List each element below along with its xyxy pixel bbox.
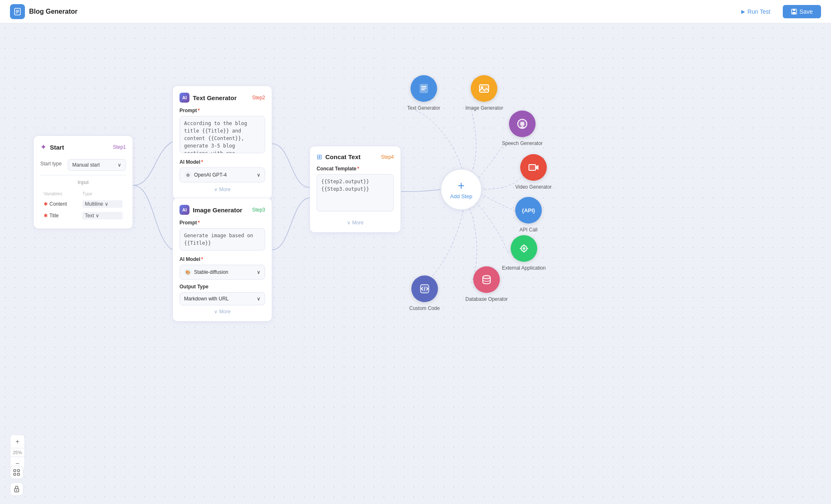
zoom-in-button[interactable]: + xyxy=(11,435,24,448)
bottom-controls xyxy=(10,466,23,496)
text-gen-icon: AI xyxy=(179,93,189,103)
input-table: Variables Type ✱Content Multiline ∨ ✱Tit… xyxy=(40,189,126,222)
text-gen-more[interactable]: ∨ More xyxy=(179,187,265,192)
content-type-select[interactable]: Multiline ∨ xyxy=(82,200,123,208)
prompt-label-text: Prompt* xyxy=(179,108,265,113)
float-custom-code[interactable]: Custom Code xyxy=(409,275,440,311)
float-video-gen-label: Video Generator xyxy=(515,184,552,190)
image-gen-prompt-input[interactable]: Generate image based on {{Title}} xyxy=(179,228,265,251)
zoom-level: 25% xyxy=(10,448,25,457)
run-test-button[interactable]: Run Test xyxy=(734,5,778,18)
start-icon: ✦ xyxy=(40,143,47,152)
svg-rect-28 xyxy=(14,473,16,475)
canvas: ✦ Start Step1 Start type Manual start ∨ … xyxy=(0,23,831,504)
float-database-operator[interactable]: Database Operator xyxy=(465,266,508,302)
app-logo xyxy=(10,4,25,19)
svg-rect-5 xyxy=(793,9,795,11)
svg-point-23 xyxy=(483,275,490,279)
svg-rect-16 xyxy=(529,165,536,170)
zoom-controls: + 25% − xyxy=(10,435,25,471)
float-db-op-label: Database Operator xyxy=(465,296,508,302)
float-video-generator[interactable]: Video Generator xyxy=(515,154,552,190)
image-gen-icon: AI xyxy=(179,205,189,215)
image-gen-step: Step3 xyxy=(252,207,265,213)
add-step-plus-icon: + xyxy=(458,180,465,192)
header: Blog Generator Run Test Save xyxy=(0,0,831,23)
float-custom-code-icon xyxy=(411,275,438,302)
image-gen-model-select[interactable]: 🎨 Stable-diffusion ∨ xyxy=(179,265,265,280)
add-step-hub[interactable]: + Add Step xyxy=(440,169,482,210)
openai-icon: ⚙ xyxy=(184,171,192,179)
col-variables: Variables xyxy=(41,189,79,198)
concat-template-input[interactable]: {{Step2.output}} {{Step3.output}} xyxy=(317,174,394,211)
concat-title: Concat Text xyxy=(325,153,361,160)
svg-rect-29 xyxy=(17,473,20,475)
float-speech-gen-icon xyxy=(509,111,536,137)
lock-button[interactable] xyxy=(10,482,23,496)
text-gen-prompt-input[interactable]: According to the blog title {{Title}} an… xyxy=(179,116,265,153)
table-row: ✱Title Text ∨ xyxy=(41,210,125,221)
float-external-app[interactable]: External Application xyxy=(502,235,546,271)
add-step-label: Add Step xyxy=(450,193,472,199)
start-type-label: Start type xyxy=(40,161,61,167)
ai-model-label-image: AI Model* xyxy=(179,256,265,262)
float-image-generator[interactable]: Image Generator xyxy=(465,75,503,111)
float-api-call[interactable]: {API} API Call xyxy=(515,197,542,233)
node-text-generator: AI Text Generator Step2 Prompt* Accordin… xyxy=(172,86,272,199)
concat-template-label: Concat Template* xyxy=(317,166,394,172)
float-api-call-label: API Call xyxy=(519,227,537,233)
node-concat: ⊞ Concat Text Step4 Concat Template* {{S… xyxy=(310,146,401,233)
float-image-gen-icon xyxy=(471,75,497,102)
node-image-generator: AI Image Generator Step3 Prompt* Generat… xyxy=(172,198,272,322)
output-type-label: Output Type xyxy=(179,284,265,290)
float-speech-gen-label: Speech Generator xyxy=(502,140,543,146)
svg-rect-27 xyxy=(17,470,20,472)
text-gen-title: Text Generator xyxy=(193,94,237,101)
col-type: Type xyxy=(80,189,125,198)
text-gen-step: Step2 xyxy=(252,95,265,101)
float-db-op-icon xyxy=(473,266,500,293)
header-right: Run Test Save xyxy=(734,5,821,18)
float-ext-app-icon xyxy=(511,235,537,262)
output-type-select[interactable]: Markdown with URL ∨ xyxy=(179,292,265,305)
concat-more[interactable]: ∨ More xyxy=(317,220,394,226)
text-gen-model-select[interactable]: ⚙ OpenAI GPT-4 ∨ xyxy=(179,167,265,182)
header-left: Blog Generator xyxy=(10,4,77,19)
fit-screen-button[interactable] xyxy=(10,466,23,479)
float-speech-generator[interactable]: Speech Generator xyxy=(502,111,543,146)
float-text-gen-icon xyxy=(411,75,437,102)
prompt-label-image: Prompt* xyxy=(179,220,265,226)
float-video-gen-icon xyxy=(520,154,547,181)
start-type-select[interactable]: Manual start ∨ xyxy=(68,159,126,171)
svg-point-31 xyxy=(16,490,17,491)
svg-rect-6 xyxy=(792,12,796,14)
svg-rect-26 xyxy=(14,470,16,472)
ai-model-label-text: AI Model* xyxy=(179,159,265,165)
float-text-generator[interactable]: Text Generator xyxy=(407,75,440,111)
image-gen-more[interactable]: ∨ More xyxy=(179,309,265,315)
float-image-gen-label: Image Generator xyxy=(465,105,503,111)
image-gen-title: Image Generator xyxy=(193,207,242,214)
svg-rect-11 xyxy=(479,85,489,92)
input-section-title: Input xyxy=(40,179,126,185)
start-step: Step1 xyxy=(113,144,126,150)
node-start: ✦ Start Step1 Start type Manual start ∨ … xyxy=(33,135,133,229)
concat-icon: ⊞ xyxy=(317,153,322,161)
svg-point-22 xyxy=(523,247,525,250)
title-type-select[interactable]: Text ∨ xyxy=(82,212,123,219)
float-custom-code-label: Custom Code xyxy=(409,305,440,311)
float-text-gen-label: Text Generator xyxy=(407,105,440,111)
concat-step: Step4 xyxy=(381,154,394,160)
app-title: Blog Generator xyxy=(29,8,77,15)
start-title: Start xyxy=(50,144,64,151)
save-button[interactable]: Save xyxy=(783,5,821,18)
float-api-call-icon: {API} xyxy=(515,197,542,224)
float-ext-app-label: External Application xyxy=(502,265,546,271)
table-row: ✱Content Multiline ∨ xyxy=(41,199,125,209)
stable-diff-icon: 🎨 xyxy=(184,268,192,276)
